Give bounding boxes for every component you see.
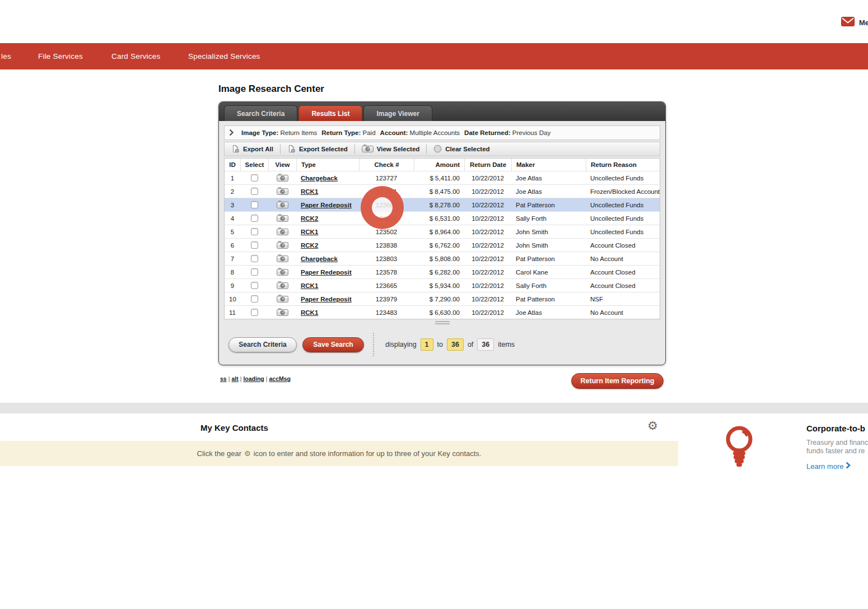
type-link[interactable]: RCK1	[301, 309, 318, 316]
link-loading[interactable]: loading	[243, 375, 264, 382]
table-row[interactable]: 4RCK2123891$ 6,531.0010/22/2012Sally For…	[225, 211, 660, 225]
type-link[interactable]: RCK1	[301, 282, 318, 289]
type-link[interactable]: RCK1	[301, 229, 318, 235]
tab-results-list[interactable]: Results List	[298, 105, 362, 121]
nav-item-file-services[interactable]: File Services	[38, 43, 83, 69]
tab-image-viewer[interactable]: Image Viewer	[363, 105, 432, 121]
cell-maker: Sally Forth	[511, 282, 586, 289]
export-all-button[interactable]: Export All	[225, 142, 280, 156]
nav-item-card-services[interactable]: Card Services	[111, 43, 160, 69]
cell-id: 10	[225, 296, 240, 303]
select-checkbox[interactable]	[251, 215, 258, 222]
type-link[interactable]: RCK1	[301, 188, 318, 195]
select-checkbox[interactable]	[251, 268, 258, 276]
messages-link[interactable]: Me	[841, 17, 868, 28]
cell-amount: $ 8,475.00	[414, 188, 464, 195]
tab-search-criteria[interactable]: Search Criteria	[224, 105, 297, 121]
toolbar-button-label: Export All	[243, 146, 273, 152]
of-label: of	[468, 341, 473, 348]
table-row[interactable]: 1Chargeback123727$ 5,411.0010/22/2012Joe…	[225, 171, 660, 184]
camera-icon[interactable]	[277, 187, 288, 196]
select-checkbox[interactable]	[251, 201, 258, 208]
cell-select	[240, 295, 268, 303]
select-checkbox[interactable]	[251, 228, 258, 235]
nav-item-specialized-services[interactable]: Specialized Services	[188, 43, 260, 69]
table-row[interactable]: 5RCK1123502$ 8,964.0010/22/2012John Smit…	[225, 225, 660, 238]
footer-divider	[373, 333, 374, 356]
camera-icon[interactable]	[277, 281, 288, 290]
type-link[interactable]: RCK2	[301, 215, 318, 222]
filter-value: Previous Day	[511, 129, 551, 136]
gear-icon[interactable]: ⚙	[647, 420, 658, 432]
type-link[interactable]: RCK2	[301, 242, 318, 249]
cell-amount: $ 8,278.00	[414, 202, 464, 208]
cell-return-reason: Frozen/Blocked Account	[586, 188, 660, 195]
type-link[interactable]: Chargeback	[301, 175, 338, 182]
cell-return-date: 10/22/2012	[464, 242, 511, 249]
camera-icon[interactable]	[277, 254, 288, 263]
camera-icon[interactable]	[277, 241, 288, 250]
camera-icon[interactable]	[277, 308, 288, 317]
table-row[interactable]: 10Paper Redeposit123979$ 7,290.0010/22/2…	[225, 292, 660, 305]
results-table: IDSelectViewTypeCheck #AmountReturn Date…	[224, 158, 660, 319]
table-row[interactable]: 9RCK1123665$ 5,934.0010/22/2012Sally For…	[225, 278, 660, 292]
camera-icon[interactable]	[277, 201, 288, 210]
tab-strip: Search CriteriaResults ListImage Viewer	[219, 102, 665, 121]
filter-summary-bar[interactable]: Image Type: Return ItemsReturn Type: Pai…	[224, 125, 660, 140]
camera-icon[interactable]	[277, 268, 288, 277]
section-divider-band	[0, 403, 868, 413]
cell-return-date: 10/22/2012	[464, 255, 511, 262]
clear-selected-button[interactable]: Clear Selected	[427, 142, 496, 156]
link-accmsg[interactable]: accMsg	[269, 375, 291, 382]
select-checkbox[interactable]	[251, 255, 258, 262]
return-item-reporting-button[interactable]: Return Item Reporting	[571, 373, 664, 389]
table-row[interactable]: 7Chargeback123803$ 5,808.0010/22/2012Pat…	[225, 252, 660, 265]
cell-view	[268, 187, 296, 196]
resize-grip[interactable]	[435, 321, 450, 324]
save-search-button[interactable]: Save Search	[302, 337, 364, 352]
table-row[interactable]: 6RCK2123838$ 6,762.0010/22/2012John Smit…	[225, 238, 660, 252]
link-ss[interactable]: ss	[220, 375, 227, 382]
table-body: 1Chargeback123727$ 5,411.0010/22/2012Joe…	[225, 171, 660, 319]
nav-item-les[interactable]: les	[1, 43, 11, 69]
select-checkbox[interactable]	[251, 295, 258, 303]
select-checkbox[interactable]	[251, 309, 258, 316]
type-link[interactable]: Paper Redeposit	[301, 296, 352, 303]
cell-return-reason: Uncollected Funds	[586, 175, 660, 182]
banner-text-suffix: icon to enter and store information for …	[254, 449, 482, 458]
filter-label: Image Type:	[241, 129, 278, 136]
to-label: to	[437, 341, 443, 348]
view-selected-button[interactable]: View Selected	[355, 142, 427, 156]
cell-maker: Pat Patterson	[511, 255, 586, 262]
cell-maker: Joe Atlas	[511, 188, 586, 195]
select-checkbox[interactable]	[251, 241, 258, 249]
table-row[interactable]: 2RCK1123551$ 8,475.0010/22/2012Joe Atlas…	[225, 184, 660, 198]
search-criteria-button[interactable]: Search Criteria	[228, 337, 297, 352]
link-alt[interactable]: alt	[231, 375, 238, 382]
table-row[interactable]: 11RCK1123483$ 6,630.0010/22/2012Joe Atla…	[225, 305, 660, 319]
filter-summary-values: Image Type: Return ItemsReturn Type: Pai…	[237, 129, 550, 136]
cell-return-date: 10/22/2012	[464, 188, 511, 195]
cell-select	[240, 268, 268, 276]
cell-return-date: 10/22/2012	[464, 175, 511, 182]
select-checkbox[interactable]	[251, 282, 258, 289]
cell-amount: $ 5,411.00	[414, 175, 464, 182]
export-selected-button[interactable]: Export Selected	[281, 142, 354, 156]
cell-maker: Pat Patterson	[511, 202, 586, 208]
cell-type: RCK1	[296, 229, 359, 235]
cell-maker: Joe Atlas	[511, 175, 586, 182]
debug-links-row: ss|alt|loading|accMsg	[220, 375, 291, 382]
camera-icon[interactable]	[277, 227, 288, 236]
cell-type: Paper Redeposit	[296, 202, 359, 208]
type-link[interactable]: Chargeback	[301, 255, 338, 262]
table-row[interactable]: 3Paper Redeposit123681$ 8,278.0010/22/20…	[225, 198, 660, 211]
select-checkbox[interactable]	[251, 188, 258, 195]
type-link[interactable]: Paper Redeposit	[301, 202, 352, 208]
camera-icon[interactable]	[277, 214, 288, 223]
learn-more-link[interactable]: Learn more	[806, 462, 851, 471]
table-row[interactable]: 8Paper Redeposit123578$ 6,282.0010/22/20…	[225, 265, 660, 278]
type-link[interactable]: Paper Redeposit	[301, 269, 352, 276]
camera-icon[interactable]	[277, 295, 288, 304]
select-checkbox[interactable]	[251, 174, 258, 182]
camera-icon[interactable]	[277, 174, 288, 183]
